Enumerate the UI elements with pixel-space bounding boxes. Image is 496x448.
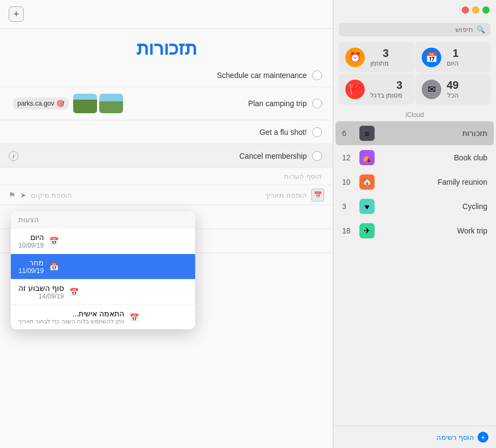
dropdown-cal-icon-eow: 📅 (69, 288, 79, 296)
stat-count-today: 1 (447, 47, 459, 60)
calendar-icon-button[interactable]: 📅 (311, 189, 324, 202)
list-count: 18 (342, 226, 355, 235)
task-item[interactable]: !Get a flu shot (0, 120, 333, 144)
notes-placeholder[interactable]: הוסף הערות (0, 168, 333, 185)
location-arrow-icon: ➤ (20, 191, 27, 199)
link-text: parks.ca.gov (17, 100, 54, 107)
list-name: Book club (379, 153, 487, 162)
task-item[interactable]: Schedule car maintenance (0, 63, 333, 87)
add-list-icon: + (478, 432, 488, 443)
search-bar: 🔍 (339, 23, 491, 36)
dropdown-item-text-eow: סוף השבוע זה 14/09/19 (18, 284, 64, 300)
task-thumbnails (73, 94, 123, 113)
left-panel: + תזכורות Schedule car maintenance Plan … (0, 0, 333, 448)
list-count: 10 (342, 178, 355, 186)
titlebar (333, 0, 496, 20)
stat-count-all: 49 (447, 79, 459, 92)
scheduled-icon: ⏰ (345, 48, 365, 67)
flagged-icon: 🚩 (345, 80, 365, 99)
list-name: Work trip (379, 226, 487, 235)
dropdown-cal-icon-hl: 📅 (49, 262, 59, 271)
dropdown-header-text: הצעות (18, 216, 39, 224)
info-icon[interactable]: i (9, 151, 18, 161)
dropdown-today[interactable]: 📅 היום 10/09/19 (11, 229, 195, 254)
list-item-family[interactable]: 10 Family reunion 🏠 (336, 170, 494, 194)
list-icon-family: 🏠 (359, 174, 375, 190)
task-item[interactable]: Plan camping trip 🎯 parks.ca.gov (0, 87, 333, 120)
stat-content-today: 1 היום (447, 47, 459, 67)
close-button[interactable] (462, 7, 469, 14)
dropdown-custom[interactable]: 📅 התאמה אישית... ניתן להשתמש בלוח השנה כ… (11, 305, 195, 329)
toolbar: + (0, 0, 333, 29)
date-row: 📅 הוספת תאריך הוספת מיקום ➤ ⚑ (0, 185, 333, 205)
task-text: Cancel membership (9, 152, 307, 160)
list-icon-worktrip: ✈ (359, 223, 375, 238)
task-circle[interactable] (312, 70, 322, 80)
stat-label-flagged: מסומן בדגל (370, 92, 402, 99)
link-badge[interactable]: 🎯 parks.ca.gov (13, 98, 69, 109)
list-name: תזכורות (379, 129, 487, 138)
add-list-label: הוסף רשימה (436, 433, 474, 441)
thumbnail-mountain (99, 94, 123, 113)
stat-content-all: 49 הכל (447, 79, 459, 99)
dropdown-item-text-custom: התאמה אישית... ניתן להשתמש בלוח השנה כדי… (18, 309, 124, 325)
right-panel: 🔍 3 מתוזמן ⏰ 1 היום 📅 3 מסומן ב (333, 0, 496, 448)
list-item-worktrip[interactable]: 18 Work trip ✈ (336, 219, 494, 243)
date-dropdown: הצעות 📅 היום 10/09/19 📅 מחר 11/09/19 📅 ס… (11, 211, 195, 329)
dropdown-cal-icon: 📅 (49, 237, 59, 245)
add-task-button[interactable]: + (9, 7, 24, 22)
flag-icon: ⚑ (9, 191, 16, 199)
list-count: 12 (342, 153, 355, 162)
stat-content-flagged: 3 מסומן בדגל (370, 79, 402, 99)
stat-content-scheduled: 3 מתוזמן (370, 47, 389, 67)
link-icon: 🎯 (56, 100, 65, 107)
list-count: 6 (342, 129, 355, 138)
location-input[interactable]: הוספת מיקום (31, 191, 72, 199)
task-circle[interactable] (312, 127, 322, 137)
task-text: Schedule car maintenance (9, 71, 307, 80)
stat-cell-scheduled[interactable]: 3 מתוזמן ⏰ (339, 42, 414, 73)
today-icon: 📅 (422, 48, 441, 67)
list-item-bookclub[interactable]: 12 Book club ⛺ (336, 146, 494, 170)
dropdown-item-text: היום 10/09/19 (18, 233, 44, 249)
list-count: 3 (342, 202, 355, 211)
thumbnail-forest (73, 94, 97, 113)
stat-label-all: הכל (447, 92, 459, 99)
section-label-icloud: iCloud (333, 107, 496, 121)
list-name: Family reunion (379, 178, 487, 186)
selected-task-item[interactable]: i Cancel membership (0, 144, 333, 168)
minimize-button[interactable] (472, 7, 479, 14)
task-circle[interactable] (312, 151, 322, 161)
list-name: Cycling (379, 202, 487, 211)
date-input[interactable]: הוספת תאריך (265, 191, 307, 199)
task-text: !Get a flu shot (9, 128, 307, 137)
stat-count-scheduled: 3 (370, 47, 389, 60)
list-icon-reminders: ≡ (359, 126, 375, 141)
stat-label-scheduled: מתוזמן (370, 60, 389, 67)
stat-cell-today[interactable]: 1 היום 📅 (415, 42, 491, 73)
dropdown-cal-icon-custom: 📅 (130, 313, 139, 322)
stat-label-today: היום (447, 60, 459, 67)
lists-container: 6 תזכורות ≡ 12 Book club ⛺ 10 Family reu… (333, 121, 496, 243)
stat-cell-flagged[interactable]: 3 מסומן בדגל 🚩 (339, 74, 414, 105)
stat-cell-all[interactable]: 49 הכל ✉ (415, 74, 491, 105)
task-circle[interactable] (312, 99, 322, 108)
all-icon: ✉ (422, 80, 441, 99)
dropdown-tomorrow[interactable]: 📅 מחר 11/09/19 (11, 254, 195, 280)
list-icon-cycling: ♥ (359, 199, 375, 214)
page-title: תזכורות (0, 29, 333, 63)
list-item-reminders[interactable]: 6 תזכורות ≡ (336, 121, 494, 145)
dropdown-header: הצעות (11, 211, 195, 229)
add-list-button[interactable]: + הוסף רשימה (333, 426, 496, 448)
list-icon-bookclub: ⛺ (359, 150, 375, 165)
list-item-cycling[interactable]: 3 Cycling ♥ (336, 194, 494, 218)
task-text: Plan camping trip (123, 99, 307, 108)
search-input[interactable] (344, 25, 473, 34)
maximize-button[interactable] (482, 7, 489, 14)
stat-count-flagged: 3 (370, 79, 402, 92)
dropdown-end-of-week[interactable]: 📅 סוף השבוע זה 14/09/19 (11, 280, 195, 305)
dropdown-item-text-hl: מחר 11/09/19 (18, 258, 44, 275)
stats-grid: 3 מתוזמן ⏰ 1 היום 📅 3 מסומן בדגל 🚩 (339, 42, 491, 105)
search-icon: 🔍 (476, 25, 485, 34)
